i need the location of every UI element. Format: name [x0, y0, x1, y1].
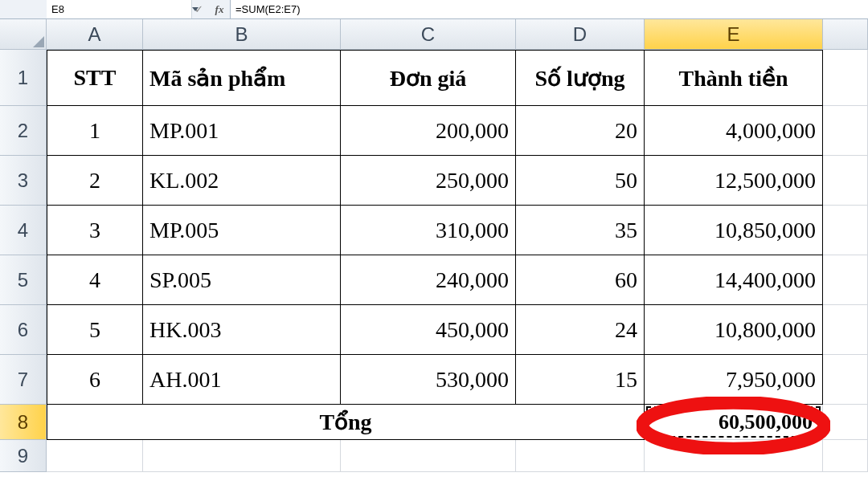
cell-E4[interactable]: 10,850,000 [645, 206, 823, 255]
col-head-B[interactable]: B [143, 19, 341, 50]
formula-input[interactable] [231, 0, 868, 18]
name-box[interactable] [47, 0, 167, 18]
cell-F8[interactable] [823, 405, 868, 440]
row-head-9[interactable]: 9 [0, 440, 47, 472]
col-head-D[interactable]: D [516, 19, 645, 50]
cell-C1[interactable]: Đơn giá [341, 50, 516, 106]
row-head-1[interactable]: 1 [0, 50, 47, 106]
cell-E9[interactable] [645, 440, 823, 472]
spreadsheet-grid: A B C D E 1 STT Mã sản phẩm Đơn giá Số l… [0, 19, 868, 472]
cell-D9[interactable] [516, 440, 645, 472]
cell-A2[interactable]: 1 [47, 106, 143, 156]
cell-A1[interactable]: STT [47, 50, 143, 106]
cell-E8[interactable]: 60,500,000 [645, 405, 823, 440]
row-head-6[interactable]: 6 [0, 305, 47, 355]
cell-E1[interactable]: Thành tiền [645, 50, 823, 106]
select-all-corner[interactable] [0, 19, 47, 50]
cell-F7[interactable] [823, 355, 868, 405]
cell-B2[interactable]: MP.001 [143, 106, 341, 156]
cell-C6[interactable]: 450,000 [341, 305, 516, 355]
row-head-7[interactable]: 7 [0, 355, 47, 405]
cell-C5[interactable]: 240,000 [341, 255, 516, 305]
cell-F6[interactable] [823, 305, 868, 355]
cell-F4[interactable] [823, 206, 868, 255]
cell-E7[interactable]: 7,950,000 [645, 355, 823, 405]
cell-D2[interactable]: 20 [516, 106, 645, 156]
cell-E2[interactable]: 4,000,000 [645, 106, 823, 156]
col-head-E[interactable]: E [645, 19, 823, 50]
cell-B1[interactable]: Mã sản phẩm [143, 50, 341, 106]
formula-bar: ✕ ✓ fx [0, 0, 868, 19]
cell-D7[interactable]: 15 [516, 355, 645, 405]
row-head-8[interactable]: 8 [0, 405, 47, 440]
cell-D4[interactable]: 35 [516, 206, 645, 255]
cell-B6[interactable]: HK.003 [143, 305, 341, 355]
cell-A4[interactable]: 3 [47, 206, 143, 255]
cell-D6[interactable]: 24 [516, 305, 645, 355]
cell-F3[interactable] [823, 156, 868, 206]
row-head-3[interactable]: 3 [0, 156, 47, 206]
fx-icon[interactable]: fx [209, 0, 230, 18]
name-box-dropdown[interactable] [191, 0, 199, 18]
cell-E3[interactable]: 12,500,000 [645, 156, 823, 206]
col-head-A[interactable]: A [47, 19, 143, 50]
cell-C7[interactable]: 530,000 [341, 355, 516, 405]
cell-B5[interactable]: SP.005 [143, 255, 341, 305]
active-cell-value: 60,500,000 [646, 406, 821, 438]
cell-B9[interactable] [143, 440, 341, 472]
cell-E6[interactable]: 10,800,000 [645, 305, 823, 355]
cell-A5[interactable]: 4 [47, 255, 143, 305]
cell-A7[interactable]: 6 [47, 355, 143, 405]
cell-B4[interactable]: MP.005 [143, 206, 341, 255]
cell-C4[interactable]: 310,000 [341, 206, 516, 255]
cell-F9[interactable] [823, 440, 868, 472]
row-head-5[interactable]: 5 [0, 255, 47, 305]
row-head-4[interactable]: 4 [0, 206, 47, 255]
chevron-down-icon [192, 7, 199, 11]
cell-A9[interactable] [47, 440, 143, 472]
cell-A3[interactable]: 2 [47, 156, 143, 206]
cell-F5[interactable] [823, 255, 868, 305]
formula-input-wrap [231, 0, 868, 18]
cell-D5[interactable]: 60 [516, 255, 645, 305]
cell-C2[interactable]: 200,000 [341, 106, 516, 156]
cell-D3[interactable]: 50 [516, 156, 645, 206]
cell-C3[interactable]: 250,000 [341, 156, 516, 206]
cell-F1[interactable] [823, 50, 868, 106]
cell-F2[interactable] [823, 106, 868, 156]
col-head-C[interactable]: C [341, 19, 516, 50]
col-head-blank[interactable] [823, 19, 868, 50]
cell-D1[interactable]: Số lượng [516, 50, 645, 106]
cell-B3[interactable]: KL.002 [143, 156, 341, 206]
cell-C9[interactable] [341, 440, 516, 472]
cell-E5[interactable]: 14,400,000 [645, 255, 823, 305]
cell-B7[interactable]: AH.001 [143, 355, 341, 405]
cell-total-label[interactable]: Tổng [47, 405, 645, 440]
cell-A6[interactable]: 5 [47, 305, 143, 355]
row-head-2[interactable]: 2 [0, 106, 47, 156]
name-box-input[interactable] [47, 0, 191, 18]
